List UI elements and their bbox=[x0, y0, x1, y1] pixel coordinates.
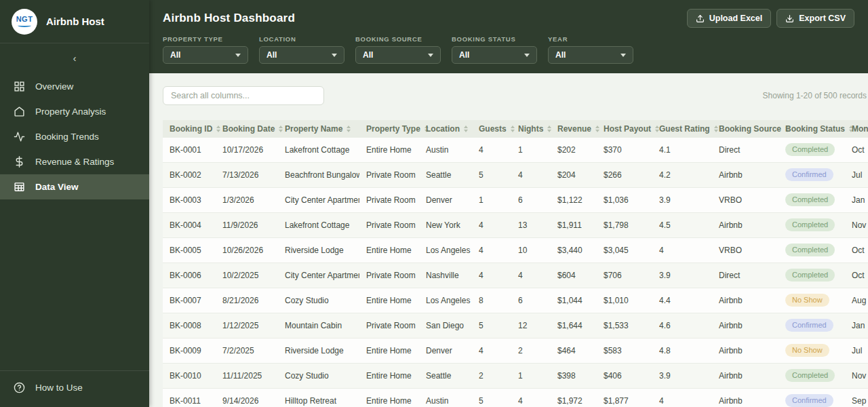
search-input[interactable] bbox=[163, 86, 324, 105]
column-header-guests[interactable]: Guests bbox=[472, 120, 511, 138]
table-row[interactable]: BK-000610/2/2025City Center ApartmentPri… bbox=[163, 263, 868, 288]
sidebar-item-revenue-ratings[interactable]: Revenue & Ratings bbox=[0, 149, 149, 174]
filter-label: YEAR bbox=[548, 35, 633, 43]
cell-month: Nov bbox=[845, 213, 868, 238]
cell-revenue: $1,911 bbox=[551, 213, 597, 238]
cell-booking_status: Completed bbox=[778, 213, 845, 238]
cell-location: Los Angeles bbox=[419, 288, 472, 313]
cell-nights: 13 bbox=[511, 213, 551, 238]
column-header-revenue[interactable]: Revenue bbox=[551, 120, 597, 138]
chevron-down-icon bbox=[620, 54, 626, 57]
column-header-booking_id[interactable]: Booking ID bbox=[163, 120, 216, 138]
cell-property_name: Lakefront Cottage bbox=[278, 138, 359, 163]
select-value: All bbox=[555, 50, 566, 60]
upload-excel-button[interactable]: Upload Excel bbox=[687, 9, 772, 28]
table-row[interactable]: BK-000110/17/2026Lakefront CottageEntire… bbox=[163, 138, 868, 163]
cell-guests: 4 bbox=[472, 263, 511, 288]
sidebar-item-label: Overview bbox=[35, 81, 73, 92]
cell-booking_id: BK-0009 bbox=[163, 338, 216, 364]
cell-booking_id: BK-0010 bbox=[163, 364, 216, 389]
column-header-booking_source[interactable]: Booking Source bbox=[712, 120, 778, 138]
cell-revenue: $204 bbox=[551, 163, 597, 188]
table-row[interactable]: BK-00081/12/2025Mountain CabinPrivate Ro… bbox=[163, 313, 868, 338]
cell-booking_id: BK-0006 bbox=[163, 263, 216, 288]
cell-month: Jan bbox=[845, 313, 868, 338]
year-select[interactable]: All bbox=[548, 46, 633, 64]
column-label: Host Payout bbox=[604, 124, 651, 134]
column-label: Guests bbox=[479, 124, 507, 134]
cell-booking_date: 9/14/2026 bbox=[216, 389, 278, 407]
status-badge: Completed bbox=[785, 269, 835, 282]
table-row[interactable]: BK-00097/2/2025Riverside LodgeEntire Hom… bbox=[163, 338, 868, 364]
cell-host_payout: $1,533 bbox=[597, 313, 652, 338]
sidebar-item-overview[interactable]: Overview bbox=[0, 74, 149, 99]
table-row[interactable]: BK-000510/26/2026Riverside LodgeEntire H… bbox=[163, 238, 868, 263]
brand-logo: NGT bbox=[12, 9, 37, 35]
cell-host_payout: $3,045 bbox=[597, 238, 652, 263]
brand-logo-swoosh bbox=[18, 24, 31, 27]
cell-property_name: Mountain Cabin bbox=[278, 313, 359, 338]
cell-booking_source: Airbnb bbox=[712, 213, 778, 238]
column-label: Revenue bbox=[557, 124, 591, 134]
table-row[interactable]: BK-00031/3/2026City Center ApartmentPriv… bbox=[163, 188, 868, 213]
column-header-guest_rating[interactable]: Guest Rating bbox=[652, 120, 712, 138]
brand: NGT Airbnb Host bbox=[0, 0, 149, 43]
property-type-select[interactable]: All bbox=[163, 46, 248, 64]
table-row[interactable]: BK-00119/14/2026Hilltop RetreatEntire Ho… bbox=[163, 389, 868, 407]
sidebar-item-data-view[interactable]: Data View bbox=[0, 174, 149, 199]
cell-nights: 1 bbox=[511, 364, 551, 389]
column-header-host_payout[interactable]: Host Payout bbox=[597, 120, 652, 138]
activity-icon bbox=[13, 131, 25, 143]
cell-guests: 5 bbox=[472, 389, 511, 407]
cell-revenue: $3,440 bbox=[551, 238, 597, 263]
cell-location: Nashville bbox=[419, 263, 472, 288]
cell-location: Denver bbox=[419, 188, 472, 213]
sidebar-menu: Overview Property Analysis Booking Trend… bbox=[0, 74, 149, 199]
column-label: Nights bbox=[518, 124, 543, 134]
column-header-booking_date[interactable]: Booking Date bbox=[216, 120, 278, 138]
cell-booking_id: BK-0002 bbox=[163, 163, 216, 188]
table-header-row: Booking IDBooking DateProperty NamePrope… bbox=[163, 120, 868, 138]
sort-icon bbox=[216, 125, 220, 132]
sidebar-item-booking-trends[interactable]: Booking Trends bbox=[0, 124, 149, 149]
cell-revenue: $1,972 bbox=[551, 389, 597, 407]
cell-booking_date: 11/11/2025 bbox=[216, 364, 278, 389]
sidebar-collapse-button[interactable]: ‹ bbox=[0, 43, 149, 66]
brand-name: Airbnb Host bbox=[46, 16, 104, 27]
cell-property_name: City Center Apartment bbox=[278, 263, 359, 288]
table-row[interactable]: BK-001011/11/2025Cozy StudioEntire HomeS… bbox=[163, 364, 868, 389]
cell-property_name: Hilltop Retreat bbox=[278, 389, 359, 407]
column-header-booking_status[interactable]: Booking Status bbox=[778, 120, 845, 138]
table-icon bbox=[13, 181, 25, 193]
column-header-location[interactable]: Location bbox=[419, 120, 472, 138]
column-header-property_name[interactable]: Property Name bbox=[278, 120, 359, 138]
sort-icon bbox=[279, 125, 283, 132]
column-header-property_type[interactable]: Property Type bbox=[359, 120, 419, 138]
main-area: Airbnb Host Dashboard Upload Excel bbox=[149, 0, 868, 407]
location-select[interactable]: All bbox=[259, 46, 344, 64]
booking-status-select[interactable]: All bbox=[452, 46, 537, 64]
filter-label: BOOKING STATUS bbox=[452, 35, 537, 43]
sidebar-item-how-to-use[interactable]: How to Use bbox=[0, 375, 149, 400]
cell-location: Los Angeles bbox=[419, 238, 472, 263]
content-area: Showing 1-20 of 500 records Booking IDBo… bbox=[149, 73, 868, 407]
table-row[interactable]: BK-00078/21/2026Cozy StudioEntire HomeLo… bbox=[163, 288, 868, 313]
cell-property_type: Private Room bbox=[359, 188, 419, 213]
table-row[interactable]: BK-00027/13/2026Beachfront BungalowPriva… bbox=[163, 163, 868, 188]
table-row[interactable]: BK-000411/9/2026Lakefront CottagePrivate… bbox=[163, 213, 868, 238]
cell-guest_rating: 4.2 bbox=[652, 163, 712, 188]
cell-host_payout: $583 bbox=[597, 338, 652, 364]
column-label: Booking ID bbox=[170, 124, 212, 134]
cell-location: San Diego bbox=[419, 313, 472, 338]
cell-property_type: Private Room bbox=[359, 263, 419, 288]
column-label: Guest Rating bbox=[659, 124, 710, 134]
sidebar-item-property-analysis[interactable]: Property Analysis bbox=[0, 99, 149, 124]
column-header-nights[interactable]: Nights bbox=[511, 120, 551, 138]
filter-location: LOCATION All bbox=[259, 35, 344, 64]
cell-host_payout: $266 bbox=[597, 163, 652, 188]
cell-property_type: Private Room bbox=[359, 163, 419, 188]
cell-host_payout: $1,010 bbox=[597, 288, 652, 313]
booking-source-select[interactable]: All bbox=[355, 46, 441, 64]
export-csv-button[interactable]: Export CSV bbox=[776, 9, 854, 28]
cell-location: Seattle bbox=[419, 364, 472, 389]
